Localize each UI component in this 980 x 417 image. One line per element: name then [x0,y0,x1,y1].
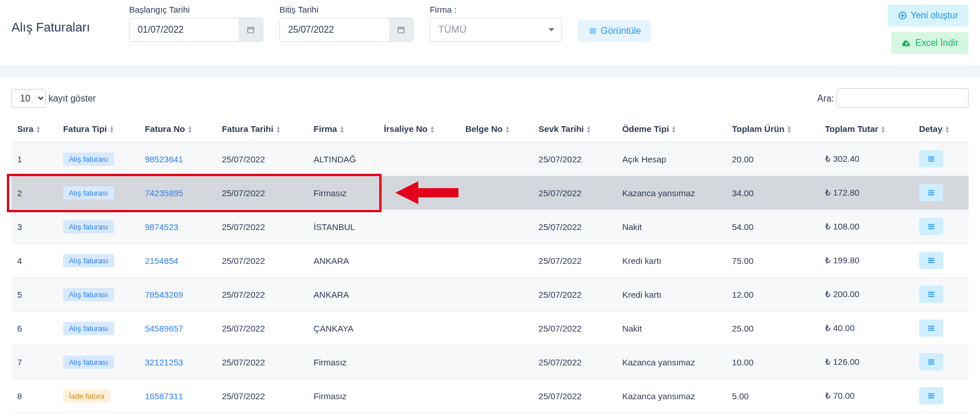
cell-belge [460,176,533,210]
cell-sira: 4 [11,244,57,278]
cell-no: 9874523 [139,210,216,244]
view-button[interactable]: Görüntüle [578,20,651,42]
column-header[interactable]: Toplam Tutar▲▼ [819,116,913,142]
cell-irsaliye [378,244,460,278]
column-header[interactable]: Detay▲▼ [913,116,969,142]
cell-tarih: 25/07/2022 [216,176,308,210]
cell-odeme: Kazanca yansımaz [616,379,726,413]
sort-icon: ▲▼ [881,126,886,134]
cell-firma: İSTANBUL [308,210,378,244]
menu-icon [926,290,936,298]
invoice-no-link[interactable]: 78543269 [145,290,183,299]
sort-icon: ▲▼ [430,126,435,134]
cell-sira: 1 [11,142,57,176]
table-row: 6Alış faturası5458965725/07/2022ÇANKAYA2… [11,311,969,345]
column-header[interactable]: Firma▲▼ [308,116,378,142]
detail-button[interactable] [919,150,943,167]
table-body: 1Alış faturası9852364125/07/2022ALTINDAĞ… [11,142,969,413]
invoice-no-link[interactable]: 54589657 [145,324,183,333]
cell-belge [460,210,533,244]
cell-detay [913,311,969,345]
company-select[interactable]: TÜMÜ [430,18,562,42]
detail-button[interactable] [919,286,943,303]
end-date-input-group [279,18,414,42]
cell-tarih: 25/07/2022 [216,210,308,244]
cell-tip: Alış faturası [57,345,139,379]
cell-belge [460,244,533,278]
cell-odeme: Kazanca yansımaz [616,345,726,379]
cell-sira: 6 [11,311,57,345]
column-header[interactable]: Ödeme Tipi▲▼ [616,116,726,142]
column-header[interactable]: Fatura Tarihi▲▼ [216,116,308,142]
detail-button[interactable] [919,353,943,371]
calendar-icon[interactable] [239,18,263,41]
start-date-input[interactable] [130,18,239,41]
cell-firma: ÇANKAYA [308,311,378,345]
cell-tutar: ₺ 70.00 [819,379,913,413]
cell-firma: ANKARA [308,278,378,311]
cell-detay [913,345,969,379]
cell-urun: 75.00 [726,244,819,278]
sort-icon: ▲▼ [36,126,41,134]
invoice-no-link[interactable]: 74235895 [145,188,183,198]
search-input[interactable] [837,88,969,108]
create-button[interactable]: Yeni oluştur [888,5,969,26]
end-date-label: Bitiş Tarihi [279,5,414,14]
actions: Yeni oluştur Excel İndir [888,5,969,54]
cell-no: 16587311 [139,379,216,413]
cell-no: 78543269 [139,278,216,311]
detail-button[interactable] [919,387,943,404]
excel-button[interactable]: Excel İndir [891,32,969,54]
cell-odeme: Açık Hesap [616,142,726,176]
detail-button[interactable] [919,218,943,235]
cell-urun: 54.00 [726,210,819,244]
detail-button[interactable] [919,252,943,269]
cell-tutar: ₺ 108.00 [819,210,913,244]
cell-tutar: ₺ 302.40 [819,142,913,176]
end-date-input[interactable] [280,18,389,41]
invoice-no-link[interactable]: 16587311 [145,391,183,401]
cell-sira: 5 [11,278,57,311]
column-header[interactable]: Belge No▲▼ [460,116,533,142]
column-header[interactable]: Sıra▲▼ [11,116,57,142]
menu-icon [926,392,936,400]
cell-firma: Firmasız [308,176,378,210]
menu-icon [926,324,936,332]
invoice-no-link[interactable]: 2154854 [145,256,178,266]
invoice-no-link[interactable]: 9874523 [145,222,178,232]
cell-tutar: ₺ 200.00 [819,278,913,311]
invoice-no-link[interactable]: 98523641 [145,154,183,164]
cell-no: 32121253 [139,345,216,379]
view-button-wrap: Görüntüle [578,7,651,42]
cell-sevk: 25/07/2022 [533,345,617,379]
cell-belge [460,379,533,413]
cell-tarih: 25/07/2022 [216,345,308,379]
cell-tip: İade fatura [57,379,139,413]
page-length-select[interactable]: 10 [11,89,46,108]
column-header[interactable]: Toplam Ürün▲▼ [726,116,819,142]
cell-irsaliye [378,311,460,345]
cell-sevk: 25/07/2022 [533,244,617,278]
page-title: Alış Faturaları [11,20,113,42]
cell-detay [913,210,969,244]
sort-icon: ▲▼ [787,126,792,134]
column-header[interactable]: İrsaliye No▲▼ [378,116,460,142]
divider-band [0,65,980,77]
cell-tarih: 25/07/2022 [216,142,308,176]
cell-sira: 7 [11,345,57,379]
detail-button[interactable] [919,319,943,337]
sort-icon: ▲▼ [339,126,344,134]
search-label: Ara: [817,93,834,103]
cell-no: 54589657 [139,311,216,345]
menu-icon [926,256,936,264]
cell-sira: 3 [11,210,57,244]
invoice-no-link[interactable]: 32121253 [145,357,183,367]
column-header[interactable]: Fatura No▲▼ [139,116,216,142]
length-suffix: kayıt göster [48,93,96,103]
cell-no: 2154854 [139,244,216,278]
column-header[interactable]: Fatura Tipi▲▼ [57,116,139,142]
column-header[interactable]: Sevk Tarihi▲▼ [533,116,617,142]
view-button-label: Görüntüle [601,26,641,36]
detail-button[interactable] [919,184,943,201]
calendar-icon[interactable] [389,18,413,41]
